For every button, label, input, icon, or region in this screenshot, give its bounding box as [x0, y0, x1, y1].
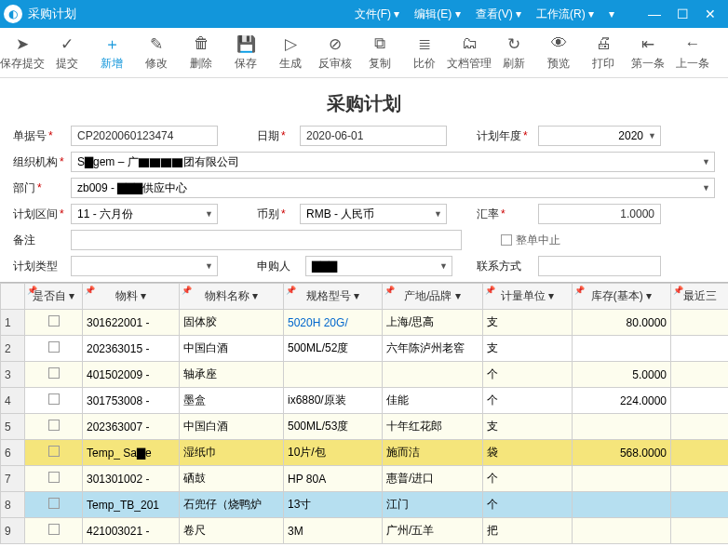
contact-input[interactable] — [538, 256, 661, 276]
tool-generate[interactable]: ▷生成 — [268, 32, 313, 73]
tool-prev[interactable]: ←上一条 — [670, 32, 715, 73]
rate-input[interactable] — [538, 204, 661, 224]
tool-label: 复制 — [369, 56, 391, 72]
tool-preview[interactable]: 👁预览 — [536, 32, 581, 73]
tool-save[interactable]: 💾保存 — [223, 32, 268, 73]
tool-label: 刷新 — [503, 56, 525, 72]
cell-name: 湿纸巾 — [180, 440, 284, 466]
col-material[interactable]: 📌物料 ▾ — [83, 284, 180, 310]
close-button[interactable]: ✕ — [696, 7, 724, 21]
table-row[interactable]: 6Temp_ Sa▇e湿纸巾10片/包施而洁袋568.0000 — [1, 440, 729, 466]
col-origin[interactable]: 📌产地/品牌 ▾ — [383, 284, 483, 310]
pin-icon: 📌 — [27, 286, 37, 295]
cell-material[interactable]: 301622001 - — [83, 310, 180, 336]
cell-free[interactable] — [25, 414, 83, 440]
tool-label: 反审核 — [318, 56, 352, 72]
cell-material[interactable]: 202363015 - — [83, 336, 180, 362]
cell-free[interactable] — [25, 336, 83, 362]
menu-编辑(E)[interactable]: 编辑(E) ▾ — [407, 7, 467, 22]
table[interactable]: 📌是否自 ▾ 📌物料 ▾ 📌物料名称 ▾ 📌规格型号 ▾ 📌产地/品牌 ▾ 📌计… — [0, 282, 728, 557]
table-row[interactable]: 9421003021 -卷尺3M广州/五羊把 — [1, 518, 729, 544]
col-material-name[interactable]: 📌物料名称 ▾ — [180, 284, 284, 310]
col-last[interactable]: 📌最近三 — [671, 284, 729, 310]
maximize-button[interactable]: ☐ — [668, 7, 696, 21]
cell-free[interactable] — [25, 440, 83, 466]
remark-input[interactable] — [71, 230, 462, 250]
cell-material[interactable]: 301753008 - — [83, 388, 180, 414]
menu-dropdown-icon[interactable]: ▾ — [601, 7, 622, 20]
col-spec[interactable]: 📌规格型号 ▾ — [284, 284, 383, 310]
col-stock[interactable]: 📌库存(基本) ▾ — [573, 284, 671, 310]
cell-free[interactable] — [25, 492, 83, 518]
currency-select[interactable]: RMB - 人民币 — [300, 204, 447, 224]
doc-no-input[interactable] — [71, 126, 218, 146]
tool-refresh[interactable]: ↻刷新 — [492, 32, 536, 73]
dept-select[interactable]: zb009 - ▇▇▇供应中心 — [71, 178, 715, 198]
tool-add[interactable]: ＋新增 — [89, 32, 134, 73]
cell-material[interactable]: 202363007 - — [83, 414, 180, 440]
tool-delete[interactable]: 🗑删除 — [179, 32, 223, 73]
cell-free[interactable] — [25, 362, 83, 388]
modify-icon: ✎ — [150, 33, 163, 54]
checkbox-icon — [48, 393, 60, 405]
cell-free[interactable] — [25, 388, 83, 414]
table-row[interactable]: 8Temp_TB_201石兜仔（烧鸭炉13寸江门个 — [1, 492, 729, 518]
cell-free[interactable] — [25, 466, 83, 492]
generate-icon: ▷ — [285, 33, 297, 54]
tool-print[interactable]: 🖨打印 — [581, 32, 626, 73]
tool-compare-price[interactable]: ≣比价 — [402, 32, 447, 73]
date-input[interactable] — [300, 126, 447, 146]
cell-material[interactable]: 401502009 - — [83, 362, 180, 388]
applicant-label: 申购人 — [257, 259, 300, 274]
table-row[interactable]: 5202363007 -中国白酒500ML/53度十年红花郎支 — [1, 414, 729, 440]
tool-anti-audit[interactable]: ⊘反审核 — [313, 32, 357, 73]
pin-icon: 📌 — [286, 286, 296, 295]
cell-material[interactable]: 421003021 - — [83, 518, 180, 544]
tool-doc-manage[interactable]: 🗂文档管理 — [447, 32, 492, 73]
menu-工作流(R)[interactable]: 工作流(R) ▾ — [529, 7, 601, 22]
titlebar: ◐ 采购计划 文件(F) ▾编辑(E) ▾查看(V) ▾工作流(R) ▾ ▾ —… — [0, 0, 728, 28]
menu-文件(F)[interactable]: 文件(F) ▾ — [347, 7, 408, 22]
plan-year-select[interactable]: 2020 — [538, 126, 661, 146]
plan-type-select[interactable] — [71, 256, 218, 276]
tool-first[interactable]: ⇤第一条 — [626, 32, 670, 73]
tool-label: 第一条 — [631, 56, 665, 72]
table-row[interactable]: 3401502009 -轴承座个5.0000 — [1, 362, 729, 388]
pin-icon: 📌 — [485, 286, 495, 295]
tool-modify[interactable]: ✎修改 — [134, 32, 179, 73]
cell-material[interactable]: Temp_TB_201 — [83, 492, 180, 518]
tool-label: 删除 — [190, 56, 212, 72]
tool-label: 文档管理 — [447, 56, 492, 72]
table-header-row: 📌是否自 ▾ 📌物料 ▾ 📌物料名称 ▾ 📌规格型号 ▾ 📌产地/品牌 ▾ 📌计… — [1, 284, 729, 310]
cell-name: 固体胶 — [180, 310, 284, 336]
table-row[interactable]: 1301622001 -固体胶5020H 20G/上海/思高支80.0000 — [1, 310, 729, 336]
copy-icon: ⧉ — [374, 33, 385, 54]
cell-stock — [573, 492, 671, 518]
org-select[interactable]: S▇gem – 广▇▇▇▇团有限公司 — [71, 152, 715, 172]
applicant-select[interactable]: ▇▇▇ — [305, 256, 452, 276]
cell-last — [671, 388, 729, 414]
cell-name: 墨盒 — [180, 388, 284, 414]
tool-submit[interactable]: ✓提交 — [45, 32, 89, 73]
tool-copy[interactable]: ⧉复制 — [357, 32, 402, 73]
cell-free[interactable] — [25, 310, 83, 336]
table-row[interactable]: 2202363015 -中国白酒500ML/52度六年陈泸州老窖支 — [1, 336, 729, 362]
col-unit[interactable]: 📌计量单位 ▾ — [483, 284, 573, 310]
menu-查看(V)[interactable]: 查看(V) ▾ — [468, 7, 529, 22]
whole-stop-checkbox[interactable]: 整单中止 — [501, 233, 560, 248]
cell-free[interactable] — [25, 518, 83, 544]
cell-material[interactable]: Temp_ Sa▇e — [83, 440, 180, 466]
cell-stock: 224.0000 — [573, 388, 671, 414]
plan-range-select[interactable]: 11 - 六月份 — [71, 204, 218, 224]
table-row[interactable]: 7301301002 -硒鼓HP 80A惠普/进口个 — [1, 466, 729, 492]
table-row[interactable]: 4301753008 -墨盒ix6880/原装佳能个224.0000 — [1, 388, 729, 414]
col-free[interactable]: 📌是否自 ▾ — [25, 284, 83, 310]
pin-icon: 📌 — [85, 286, 95, 295]
cell-spec: 13寸 — [284, 492, 383, 518]
minimize-button[interactable]: — — [640, 7, 668, 21]
cell-material[interactable]: 301301002 - — [83, 466, 180, 492]
col-rownum[interactable] — [1, 284, 25, 310]
cell-stock — [573, 518, 671, 544]
checkbox-icon — [501, 234, 512, 246]
tool-save-submit[interactable]: ➤保存提交 — [0, 32, 45, 73]
